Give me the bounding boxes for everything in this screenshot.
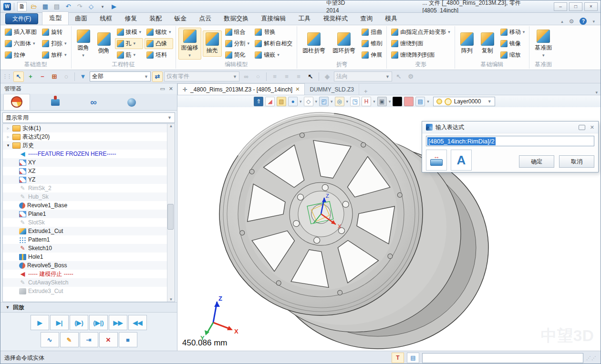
help-dropdown-icon[interactable]: ▾ bbox=[592, 19, 595, 24]
replay-delete-button[interactable]: ✕ bbox=[99, 332, 118, 347]
print-icon[interactable]: ▤ bbox=[52, 2, 61, 11]
ribbon-button-抽壳[interactable]: 抽壳 bbox=[203, 30, 222, 57]
expand-icon[interactable]: ▹ bbox=[6, 126, 10, 131]
ribbon-button-面偏移[interactable]: 面偏移▾ bbox=[178, 28, 201, 60]
zoom-sheet-icon[interactable]: ◎ bbox=[335, 97, 344, 106]
close-tab-icon[interactable]: ✕ bbox=[295, 86, 300, 92]
tree-item--20-[interactable]: ▹表达式(20) bbox=[3, 132, 175, 141]
exit-part-icon[interactable]: ⇑ bbox=[254, 97, 263, 106]
menu-tab-修复[interactable]: 修复 bbox=[118, 12, 143, 25]
menu-tab-造型[interactable]: 造型 bbox=[42, 11, 69, 25]
menu-tab-曲面[interactable]: 曲面 bbox=[69, 12, 93, 25]
close-button[interactable]: × bbox=[584, 2, 598, 11]
tree-item-CutAwaySketch[interactable]: ✎CutAwaySketch bbox=[3, 278, 175, 287]
menu-tab-直接编辑[interactable]: 直接编辑 bbox=[255, 12, 292, 25]
ribbon-button-扭曲[interactable]: 扭曲 bbox=[360, 27, 384, 38]
tree-item-Hub_Sk[interactable]: ✎Hub_Sk bbox=[3, 192, 175, 201]
chevron-down-icon[interactable]: ▾ bbox=[389, 99, 391, 104]
ribbon-button-伸展[interactable]: 伸展 bbox=[360, 50, 384, 61]
tree-item-Pattern1[interactable]: Pattern1 bbox=[3, 235, 175, 244]
tree-item-Extrude1_Cut[interactable]: Extrude1_Cut bbox=[3, 227, 175, 235]
menu-tab-视觉样式[interactable]: 视觉样式 bbox=[317, 12, 354, 25]
close-panel-icon[interactable]: ✕ bbox=[169, 86, 173, 92]
scroll-down-icon[interactable]: ▼ bbox=[169, 297, 173, 302]
file-menu-button[interactable]: 文件(F) bbox=[5, 13, 38, 24]
tree-item-Extrude3_Cut[interactable]: Extrude3_Cut bbox=[3, 287, 175, 295]
tabbar-overflow-icon[interactable]: ▾ bbox=[591, 90, 601, 95]
document-tab-_4800_Rims_2013M.Z3 - [4805_14inch][interactable]: ✛_4800_Rims_2013M.Z3 - [4805_14inch]✕ bbox=[177, 83, 305, 95]
viewport-3d[interactable]: Z X Z X Y 450.086 mm 中望3D bbox=[177, 107, 601, 351]
add-to-selection-icon[interactable]: + bbox=[25, 71, 36, 82]
menu-tab-线框[interactable]: 线框 bbox=[93, 12, 118, 25]
pick-list-first-icon[interactable]: ≡ bbox=[269, 71, 280, 82]
scope-combo[interactable]: 仅有零件▼ bbox=[164, 71, 239, 81]
orient-combo[interactable]: 法向▼ bbox=[334, 71, 392, 81]
ribbon-button-拉伸[interactable]: 拉伸 bbox=[3, 50, 39, 61]
view-corner-icon[interactable]: ◰ bbox=[319, 97, 329, 106]
menu-tab-点云[interactable]: 点云 bbox=[193, 12, 218, 25]
menu-tab-数据交换[interactable]: 数据交换 bbox=[218, 12, 255, 25]
replay-step-button[interactable]: (▶) bbox=[70, 315, 88, 330]
manager-tab-view-manager[interactable] bbox=[119, 95, 145, 110]
chevron-down-icon[interactable]: ▾ bbox=[346, 99, 349, 104]
layers-icon[interactable]: ▤ bbox=[415, 97, 425, 106]
ribbon-button-阵列[interactable]: 阵列 bbox=[457, 30, 477, 57]
text-expression-button[interactable]: A bbox=[451, 150, 472, 171]
menu-tab-模具[interactable]: 模具 bbox=[379, 12, 404, 25]
scrollbar-thumb[interactable] bbox=[167, 204, 174, 230]
ribbon-button-凸缘[interactable]: 凸缘 bbox=[145, 38, 173, 49]
new-file-icon[interactable]: 🗎 bbox=[17, 2, 27, 11]
replay-rewind-button[interactable]: ◀◀ bbox=[128, 315, 147, 330]
pick-normal-icon[interactable]: ↖ bbox=[394, 71, 404, 82]
replay-play-to-end-button[interactable]: ▶| bbox=[50, 315, 69, 330]
menu-tab-钣金[interactable]: 钣金 bbox=[168, 12, 193, 25]
highlight-pick-icon[interactable]: ○ bbox=[253, 71, 263, 82]
datum-box-icon[interactable]: ▧ bbox=[277, 97, 286, 106]
ribbon-button-圆环折弯[interactable]: 圆环折弯 bbox=[330, 30, 358, 57]
chevron-down-icon[interactable]: ▾ bbox=[331, 99, 333, 104]
maximize-button[interactable]: □ bbox=[569, 2, 582, 11]
document-tab-DUMMY_SLD.Z3[interactable]: DUMMY_SLD.Z3 bbox=[305, 84, 359, 95]
wireframe-display-icon[interactable]: ◇ bbox=[304, 97, 313, 106]
tree-item--[interactable]: ◀----- 建模停止 ----- bbox=[3, 270, 175, 278]
eraser-icon[interactable]: ◢ bbox=[265, 97, 275, 106]
tree-item-SlotSk[interactable]: ✎SlotSk bbox=[3, 218, 175, 227]
ribbon-button-组合[interactable]: 组合 bbox=[223, 27, 252, 38]
menu-tab-查询[interactable]: 查询 bbox=[354, 12, 379, 25]
black-swatch[interactable]: ■ bbox=[393, 97, 402, 106]
command-input[interactable] bbox=[422, 353, 583, 363]
ribbon-button-扫掠[interactable]: 扫掠▾ bbox=[40, 38, 69, 49]
tree-item-Revolve1_Base[interactable]: Revolve1_Base bbox=[3, 201, 175, 210]
ribbon-button-拔模[interactable]: 拔模▾ bbox=[115, 27, 144, 38]
layer-combo[interactable]: Layer0000▼ bbox=[433, 97, 495, 106]
undo-icon[interactable]: ↶ bbox=[64, 2, 73, 11]
expression-input[interactable]: [4805_14inch:RimDia]/2 bbox=[426, 136, 594, 146]
replay-step-to-end-button[interactable]: (▶|) bbox=[89, 315, 108, 330]
save-icon[interactable]: ▦ bbox=[41, 2, 50, 11]
ribbon-button-缠绕到面[interactable]: 缠绕到面 bbox=[389, 38, 452, 49]
customize-icon[interactable]: ▶ bbox=[110, 2, 118, 11]
dialog-title-bar[interactable]: 输入表达式 ✕ bbox=[422, 121, 598, 133]
ribbon-button-螺纹[interactable]: 螺纹▾ bbox=[145, 27, 173, 38]
dialog-close-icon[interactable]: ✕ bbox=[590, 124, 594, 131]
lasso-select-icon[interactable]: ◌ bbox=[61, 71, 72, 82]
pick-settings-icon[interactable]: ⚙ bbox=[405, 71, 416, 82]
ribbon-button-镶嵌[interactable]: 镶嵌▾ bbox=[253, 50, 294, 61]
tree-item-XY[interactable]: XY bbox=[3, 158, 175, 167]
replay-goto-button[interactable]: ⇥ bbox=[80, 332, 98, 347]
tree-filter-dropdown[interactable]: 显示常用 ▼ bbox=[2, 112, 175, 123]
expand-icon[interactable]: ▹ bbox=[6, 134, 10, 139]
chevron-down-icon[interactable]: ▾ bbox=[427, 99, 429, 104]
tree-item-Hole1[interactable]: Hole1 bbox=[3, 253, 175, 261]
chain-pick-icon[interactable]: ∞ bbox=[241, 71, 251, 82]
open-file-icon[interactable]: 🗁 bbox=[30, 2, 38, 11]
selection-filter-icon[interactable]: ▼ bbox=[78, 71, 88, 82]
help-icon[interactable]: ? bbox=[580, 18, 587, 25]
view-gyro-icon[interactable]: ◇ bbox=[87, 2, 95, 11]
tree-item-RimSk_2[interactable]: ✎RimSk_2 bbox=[3, 184, 175, 192]
new-document-tab-button[interactable]: + bbox=[359, 88, 373, 95]
cancel-button[interactable]: 取消 bbox=[559, 155, 594, 168]
ribbon-button-替换[interactable]: 替换 bbox=[253, 27, 294, 38]
ribbon-button-圆角[interactable]: 圆角▾ bbox=[74, 28, 93, 60]
minimize-button[interactable]: – bbox=[554, 2, 567, 11]
